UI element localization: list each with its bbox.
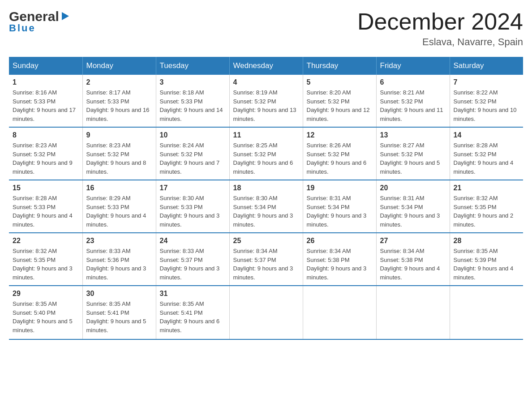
calendar-cell: 12Sunrise: 8:26 AMSunset: 5:32 PMDayligh… (303, 127, 376, 180)
day-number: 7 (454, 78, 520, 86)
header-day-sunday: Sunday (9, 57, 82, 75)
day-number: 25 (233, 237, 299, 245)
day-number: 3 (160, 78, 226, 86)
calendar-cell: 3Sunrise: 8:18 AMSunset: 5:33 PMDaylight… (156, 75, 229, 127)
day-info: Sunrise: 8:35 AMSunset: 5:39 PMDaylight:… (454, 247, 520, 282)
day-info: Sunrise: 8:33 AMSunset: 5:37 PMDaylight:… (160, 247, 226, 282)
header-day-tuesday: Tuesday (156, 57, 229, 75)
calendar-cell: 17Sunrise: 8:30 AMSunset: 5:33 PMDayligh… (156, 180, 229, 233)
header-row: SundayMondayTuesdayWednesdayThursdayFrid… (9, 57, 523, 75)
calendar-cell: 29Sunrise: 8:35 AMSunset: 5:40 PMDayligh… (9, 286, 82, 339)
day-number: 23 (86, 237, 152, 245)
day-info: Sunrise: 8:35 AMSunset: 5:41 PMDaylight:… (160, 300, 226, 334)
calendar-cell: 22Sunrise: 8:32 AMSunset: 5:35 PMDayligh… (9, 233, 82, 286)
day-number: 11 (233, 131, 299, 139)
day-info: Sunrise: 8:21 AMSunset: 5:32 PMDaylight:… (380, 88, 446, 123)
day-number: 24 (160, 237, 226, 245)
week-row-4: 22Sunrise: 8:32 AMSunset: 5:35 PMDayligh… (9, 233, 523, 286)
day-info: Sunrise: 8:28 AMSunset: 5:32 PMDaylight:… (454, 141, 520, 176)
day-number: 2 (86, 78, 152, 86)
day-info: Sunrise: 8:22 AMSunset: 5:32 PMDaylight:… (454, 88, 520, 123)
day-number: 31 (160, 290, 226, 298)
day-number: 20 (380, 184, 446, 192)
day-info: Sunrise: 8:29 AMSunset: 5:33 PMDaylight:… (86, 194, 152, 229)
calendar-cell: 5Sunrise: 8:20 AMSunset: 5:32 PMDaylight… (303, 75, 376, 127)
day-info: Sunrise: 8:33 AMSunset: 5:36 PMDaylight:… (86, 247, 152, 282)
calendar-cell (450, 286, 523, 339)
week-row-3: 15Sunrise: 8:28 AMSunset: 5:33 PMDayligh… (9, 180, 523, 233)
calendar-cell: 23Sunrise: 8:33 AMSunset: 5:36 PMDayligh… (82, 233, 156, 286)
day-number: 6 (380, 78, 446, 86)
calendar-cell (229, 286, 303, 339)
day-info: Sunrise: 8:35 AMSunset: 5:41 PMDaylight:… (86, 300, 152, 334)
calendar-cell: 25Sunrise: 8:34 AMSunset: 5:37 PMDayligh… (229, 233, 303, 286)
day-info: Sunrise: 8:35 AMSunset: 5:40 PMDaylight:… (13, 300, 79, 334)
day-info: Sunrise: 8:19 AMSunset: 5:32 PMDaylight:… (233, 88, 299, 123)
day-number: 30 (86, 290, 152, 298)
calendar-cell: 4Sunrise: 8:19 AMSunset: 5:32 PMDaylight… (229, 75, 303, 127)
day-number: 12 (307, 131, 373, 139)
calendar-cell: 11Sunrise: 8:25 AMSunset: 5:32 PMDayligh… (229, 127, 303, 180)
day-number: 22 (13, 237, 79, 245)
day-number: 28 (454, 237, 520, 245)
day-number: 16 (86, 184, 152, 192)
day-info: Sunrise: 8:18 AMSunset: 5:33 PMDaylight:… (160, 88, 226, 123)
calendar-cell: 8Sunrise: 8:23 AMSunset: 5:32 PMDaylight… (9, 127, 82, 180)
day-info: Sunrise: 8:20 AMSunset: 5:32 PMDaylight:… (307, 88, 373, 123)
week-row-1: 1Sunrise: 8:16 AMSunset: 5:33 PMDaylight… (9, 75, 523, 127)
day-number: 19 (307, 184, 373, 192)
logo: General Blue (9, 9, 70, 34)
day-number: 4 (233, 78, 299, 86)
day-number: 21 (454, 184, 520, 192)
calendar-cell: 14Sunrise: 8:28 AMSunset: 5:32 PMDayligh… (450, 127, 523, 180)
header-day-wednesday: Wednesday (229, 57, 303, 75)
logo-blue: Blue (9, 22, 36, 34)
day-info: Sunrise: 8:30 AMSunset: 5:33 PMDaylight:… (160, 194, 226, 229)
calendar-cell: 10Sunrise: 8:24 AMSunset: 5:32 PMDayligh… (156, 127, 229, 180)
calendar-cell: 6Sunrise: 8:21 AMSunset: 5:32 PMDaylight… (376, 75, 450, 127)
logo-arrow-icon (60, 11, 70, 23)
header-day-monday: Monday (82, 57, 156, 75)
day-number: 27 (380, 237, 446, 245)
calendar-cell: 27Sunrise: 8:34 AMSunset: 5:38 PMDayligh… (376, 233, 450, 286)
day-number: 10 (160, 131, 226, 139)
day-number: 9 (86, 131, 152, 139)
calendar-cell: 20Sunrise: 8:31 AMSunset: 5:34 PMDayligh… (376, 180, 450, 233)
calendar-cell: 13Sunrise: 8:27 AMSunset: 5:32 PMDayligh… (376, 127, 450, 180)
calendar-body: 1Sunrise: 8:16 AMSunset: 5:33 PMDaylight… (9, 75, 523, 339)
calendar-cell: 18Sunrise: 8:30 AMSunset: 5:34 PMDayligh… (229, 180, 303, 233)
title-block: December 2024 Eslava, Navarre, Spain (357, 9, 523, 48)
header-day-friday: Friday (376, 57, 450, 75)
day-info: Sunrise: 8:16 AMSunset: 5:33 PMDaylight:… (13, 88, 79, 123)
day-info: Sunrise: 8:34 AMSunset: 5:37 PMDaylight:… (233, 247, 299, 282)
day-info: Sunrise: 8:26 AMSunset: 5:32 PMDaylight:… (307, 141, 373, 176)
calendar-cell: 28Sunrise: 8:35 AMSunset: 5:39 PMDayligh… (450, 233, 523, 286)
page-title: December 2024 (357, 9, 523, 34)
day-info: Sunrise: 8:31 AMSunset: 5:34 PMDaylight:… (380, 194, 446, 229)
day-info: Sunrise: 8:25 AMSunset: 5:32 PMDaylight:… (233, 141, 299, 176)
calendar-cell (303, 286, 376, 339)
day-number: 17 (160, 184, 226, 192)
day-info: Sunrise: 8:34 AMSunset: 5:38 PMDaylight:… (307, 247, 373, 282)
day-info: Sunrise: 8:32 AMSunset: 5:35 PMDaylight:… (454, 194, 520, 229)
day-number: 13 (380, 131, 446, 139)
calendar-cell: 2Sunrise: 8:17 AMSunset: 5:33 PMDaylight… (82, 75, 156, 127)
header-day-thursday: Thursday (303, 57, 376, 75)
calendar-cell: 15Sunrise: 8:28 AMSunset: 5:33 PMDayligh… (9, 180, 82, 233)
calendar-cell: 21Sunrise: 8:32 AMSunset: 5:35 PMDayligh… (450, 180, 523, 233)
calendar-cell: 26Sunrise: 8:34 AMSunset: 5:38 PMDayligh… (303, 233, 376, 286)
day-info: Sunrise: 8:32 AMSunset: 5:35 PMDaylight:… (13, 247, 79, 282)
calendar-header: SundayMondayTuesdayWednesdayThursdayFrid… (9, 57, 523, 75)
day-info: Sunrise: 8:28 AMSunset: 5:33 PMDaylight:… (13, 194, 79, 229)
calendar-table: SundayMondayTuesdayWednesdayThursdayFrid… (9, 57, 523, 340)
day-number: 29 (13, 290, 79, 298)
day-info: Sunrise: 8:34 AMSunset: 5:38 PMDaylight:… (380, 247, 446, 282)
calendar-cell: 19Sunrise: 8:31 AMSunset: 5:34 PMDayligh… (303, 180, 376, 233)
day-info: Sunrise: 8:31 AMSunset: 5:34 PMDaylight:… (307, 194, 373, 229)
calendar-cell: 16Sunrise: 8:29 AMSunset: 5:33 PMDayligh… (82, 180, 156, 233)
day-info: Sunrise: 8:24 AMSunset: 5:32 PMDaylight:… (160, 141, 226, 176)
calendar-cell (376, 286, 450, 339)
day-number: 18 (233, 184, 299, 192)
day-info: Sunrise: 8:30 AMSunset: 5:34 PMDaylight:… (233, 194, 299, 229)
calendar-cell: 31Sunrise: 8:35 AMSunset: 5:41 PMDayligh… (156, 286, 229, 339)
